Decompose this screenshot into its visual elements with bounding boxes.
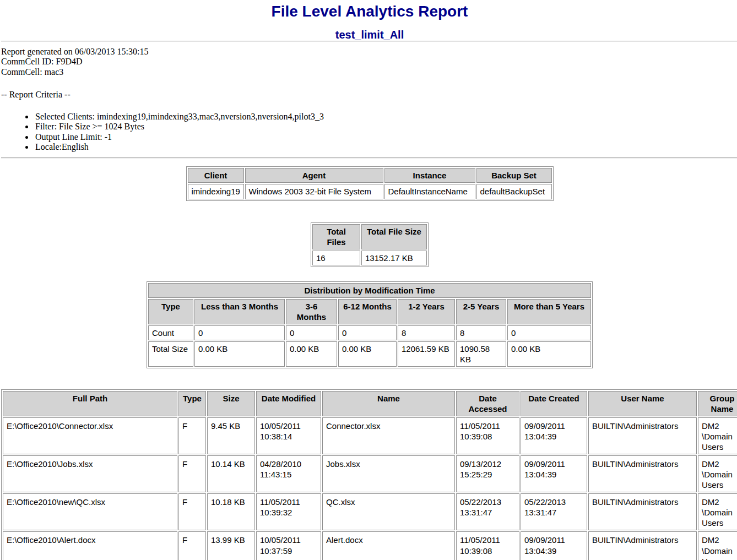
criteria-item: Locale:English [34,142,737,152]
table-cell: 0.00 KB [507,341,591,367]
table-row: Total Size0.00 KB0.00 KB0.00 KB12061.59 … [148,341,591,367]
table-cell: F [178,455,206,492]
table-cell: 0 [507,325,591,340]
column-header: More than 5 Years [507,299,591,324]
table-cell: 04/28/2010 11:43:15 [256,455,321,492]
header-row: ClientAgentInstanceBackup Set [188,168,552,183]
table-cell: imindexing19 [188,184,244,199]
column-header: Total Files [312,224,360,249]
table-cell: E:\Office2010\Jobs.xlsx [3,455,177,492]
table-cell: 0.00 KB [194,341,285,367]
column-header: Backup Set [476,168,552,183]
table-cell: 09/09/2011 13:04:39 [521,455,587,492]
table-cell: 16 [312,251,360,265]
table-cell: Alert.docx [322,531,455,560]
table-cell: BUILTIN\Administrators [588,417,697,454]
table-cell: 11/05/2011 10:39:08 [456,531,519,560]
client-table: ClientAgentInstanceBackup Set imindexing… [186,166,554,200]
table-cell: 8 [398,325,455,340]
table-cell: 13152.17 KB [361,251,427,265]
column-header: 3-6 Months [286,299,337,324]
table-row: Count000880 [148,325,591,340]
commcell-name-line: CommCell: mac3 [1,67,737,78]
page-title: File Level Analytics Report [1,3,737,20]
divider [1,157,737,159]
column-header: Type [148,299,193,324]
header-row: Full PathTypeSizeDate ModifiedNameDate A… [3,391,737,416]
table-row: E:\Office2010\new\QC.xlsxF10.18 KB11/05/… [3,493,737,530]
criteria-item: Selected Clients: imindexing19,imindexin… [34,112,737,122]
table-cell: 0 [338,325,397,340]
column-header: Client [188,168,244,183]
table-cell: 10.14 KB [207,455,255,492]
table-row: 1613152.17 KB [312,251,427,265]
table-row: imindexing19Windows 2003 32-bit File Sys… [188,184,552,199]
files-table: Full PathTypeSizeDate ModifiedNameDate A… [1,389,737,560]
table-cell: BUILTIN\Administrators [588,493,697,530]
table-cell: F [178,531,206,560]
column-header: Less than 3 Months [194,299,285,324]
table-cell: DefaultInstanceName [384,184,475,199]
table-cell: 11/05/2011 10:39:08 [456,417,519,454]
column-header: Type [178,391,206,416]
criteria-heading: -- Report Criteria -- [1,90,737,100]
table-title-row: Distribution by Modification Time [148,283,591,298]
table-row: E:\Office2010\Alert.docxF13.99 KB10/05/2… [3,531,737,560]
distribution-table: Distribution by Modification Time TypeLe… [147,281,593,368]
column-header: Agent [245,168,383,183]
table-cell: F [178,493,206,530]
column-header: Total File Size [361,224,427,249]
table-cell: 0.00 KB [338,341,397,367]
table-cell: 09/09/2011 13:04:39 [521,417,587,454]
table-cell: DM2\Domain Users [698,455,737,492]
column-header: Instance [384,168,475,183]
column-header: Date Accessed [456,391,519,416]
header-row: TypeLess than 3 Months3-6 Months6-12 Mon… [148,299,591,324]
table-cell: F [178,417,206,454]
table-cell: 9.45 KB [207,417,255,454]
column-header: Size [207,391,255,416]
report-meta: Report generated on 06/03/2013 15:30:15 … [1,47,737,78]
table-cell: QC.xlsx [322,493,455,530]
table-cell: 10/05/2011 10:37:59 [256,531,321,560]
header-row: Total FilesTotal File Size [312,224,427,249]
table-cell: Windows 2003 32-bit File System [245,184,383,199]
column-header: 1-2 Years [398,299,455,324]
criteria-item: Output Line Limit: -1 [34,132,737,142]
page-subtitle: test_limit_All [1,29,737,41]
table-cell: 13.99 KB [207,531,255,560]
table-cell: DM2\Domain Users [698,531,737,560]
column-header: Group Name [698,391,737,416]
table-cell: 11/05/2011 10:39:32 [256,493,321,530]
commcell-id-line: CommCell ID: F9D4D [1,57,737,67]
table-cell: DM2\Domain Users [698,417,737,454]
column-header: 2-5 Years [456,299,506,324]
table-cell: DM2\Domain Users [698,493,737,530]
table-cell: 10.18 KB [207,493,255,530]
report-generated-line: Report generated on 06/03/2013 15:30:15 [1,47,737,57]
table-row: E:\Office2010\Connector.xlsxF9.45 KB10/0… [3,417,737,454]
table-cell: 05/22/2013 13:31:47 [456,493,519,530]
criteria-list: Selected Clients: imindexing19,imindexin… [1,112,737,153]
table-cell: 09/13/2012 15:25:29 [456,455,519,492]
table-cell: 0 [286,325,337,340]
table-cell: Total Size [148,341,193,367]
table-cell: 0 [194,325,285,340]
column-header: Full Path [3,391,177,416]
column-header: Date Modified [256,391,321,416]
table-cell: 10/05/2011 10:38:14 [256,417,321,454]
table-cell: 05/22/2013 13:31:47 [521,493,587,530]
column-header: User Name [588,391,697,416]
table-cell: 09/09/2011 13:04:39 [521,531,587,560]
table-cell: Connector.xlsx [322,417,455,454]
table-cell: Count [148,325,193,340]
table-cell: BUILTIN\Administrators [588,455,697,492]
table-cell: Jobs.xlsx [322,455,455,492]
column-header: Name [322,391,455,416]
table-cell: E:\Office2010\new\QC.xlsx [3,493,177,530]
column-header: 6-12 Months [338,299,397,324]
distribution-title: Distribution by Modification Time [148,283,591,298]
criteria-item: Filter: File Size >= 1024 Bytes [34,122,737,132]
column-header: Date Created [521,391,587,416]
table-cell: 12061.59 KB [398,341,455,367]
